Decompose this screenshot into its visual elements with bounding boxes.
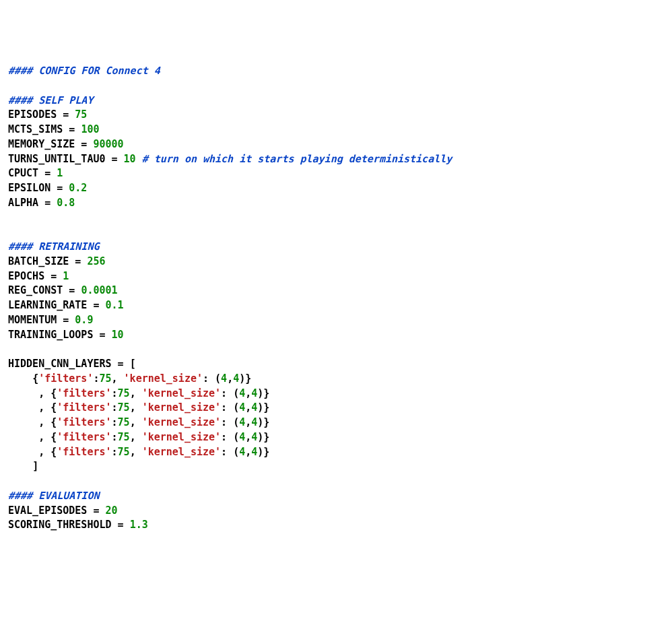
colon: : bbox=[112, 431, 118, 443]
string-literal: 'kernel_size' bbox=[142, 446, 221, 458]
colon: : bbox=[112, 416, 118, 428]
string-literal: 'kernel_size' bbox=[142, 431, 221, 443]
number-literal: 100 bbox=[81, 123, 99, 135]
config-line-reg-const: REG_CONST = 0.0001 bbox=[8, 284, 118, 296]
equals-op: = bbox=[38, 167, 57, 179]
indent: , bbox=[8, 387, 51, 399]
comma: , bbox=[112, 372, 124, 385]
number-literal: 75 bbox=[118, 387, 130, 399]
var-name: REG_CONST bbox=[8, 284, 63, 296]
var-name: MEMORY_SIZE bbox=[8, 138, 75, 150]
config-line-scoring-threshold: SCORING_THRESHOLD = 1.3 bbox=[8, 519, 148, 531]
brace-close: } bbox=[263, 387, 269, 399]
brace-close: } bbox=[263, 431, 269, 443]
number-literal: 4 bbox=[221, 372, 227, 385]
brace-open: { bbox=[51, 431, 57, 443]
colon: : bbox=[112, 401, 118, 414]
string-literal: 'filters' bbox=[57, 446, 111, 458]
close-bracket: ] bbox=[32, 460, 38, 472]
comment-title: #### CONFIG FOR Connect 4 bbox=[8, 65, 160, 77]
number-literal: 0.1 bbox=[106, 299, 124, 311]
equals-op: = bbox=[63, 284, 81, 296]
var-name: CPUCT bbox=[8, 167, 38, 179]
var-name: EPSILON bbox=[8, 182, 51, 194]
paren-open: ( bbox=[215, 372, 221, 385]
equals-op: = bbox=[57, 314, 75, 326]
paren-close: ) bbox=[257, 401, 263, 414]
var-name: ALPHA bbox=[8, 197, 38, 209]
number-literal: 4 bbox=[251, 387, 257, 399]
hidden-layer-row: , {'filters':75, 'kernel_size': (4,4)} bbox=[8, 401, 269, 414]
paren-open: ( bbox=[233, 387, 239, 399]
config-line-memory-size: MEMORY_SIZE = 90000 bbox=[8, 138, 124, 150]
equals-op: = bbox=[106, 153, 124, 165]
indent: , bbox=[8, 446, 51, 458]
number-literal: 1 bbox=[57, 167, 63, 179]
brace-open: { bbox=[51, 387, 57, 399]
config-line-epochs: EPOCHS = 1 bbox=[8, 270, 69, 282]
comma: , bbox=[245, 446, 251, 458]
comma: , bbox=[130, 401, 142, 414]
number-literal: 4 bbox=[239, 387, 245, 399]
paren-close: ) bbox=[257, 446, 263, 458]
brace-open: { bbox=[51, 446, 57, 458]
string-literal: 'kernel_size' bbox=[124, 372, 203, 385]
comment-retraining: #### RETRAINING bbox=[8, 240, 99, 253]
equals-op: = bbox=[51, 182, 69, 194]
paren-open: ( bbox=[233, 401, 239, 414]
equals-op: = bbox=[93, 329, 111, 341]
string-literal: 'filters' bbox=[38, 372, 93, 385]
number-literal: 20 bbox=[106, 504, 118, 517]
equals-op: = bbox=[57, 108, 75, 121]
colon: : bbox=[221, 416, 233, 428]
comment-selfplay: #### SELF PLAY bbox=[8, 94, 93, 106]
config-line-batch-size: BATCH_SIZE = 256 bbox=[8, 255, 106, 267]
string-literal: 'filters' bbox=[57, 401, 111, 414]
paren-open: ( bbox=[233, 431, 239, 443]
indent: , bbox=[8, 416, 51, 428]
var-name: EPOCHS bbox=[8, 270, 44, 282]
brace-open: { bbox=[32, 372, 38, 385]
comma: , bbox=[130, 446, 142, 458]
paren-close: ) bbox=[257, 416, 263, 428]
number-literal: 256 bbox=[87, 255, 105, 267]
var-name: TRAINING_LOOPS bbox=[8, 329, 93, 341]
number-literal: 75 bbox=[99, 372, 111, 385]
comma: , bbox=[130, 431, 142, 443]
number-literal: 1.3 bbox=[130, 519, 148, 531]
config-line-learning-rate: LEARNING_RATE = 0.1 bbox=[8, 299, 124, 311]
hidden-layer-row: , {'filters':75, 'kernel_size': (4,4)} bbox=[8, 416, 269, 428]
string-literal: 'kernel_size' bbox=[142, 401, 221, 414]
indent: , bbox=[8, 431, 51, 443]
brace-close: } bbox=[245, 372, 251, 385]
paren-close: ) bbox=[257, 431, 263, 443]
number-literal: 0.0001 bbox=[81, 284, 117, 296]
number-literal: 0.8 bbox=[57, 197, 75, 209]
colon: : bbox=[112, 446, 118, 458]
equals-op: = bbox=[112, 358, 130, 370]
equals-op: = bbox=[44, 270, 63, 282]
var-name: EVAL_EPISODES bbox=[8, 504, 87, 517]
number-literal: 4 bbox=[251, 431, 257, 443]
config-line-mcts-sims: MCTS_SIMS = 100 bbox=[8, 123, 99, 135]
brace-close: } bbox=[263, 446, 269, 458]
comma: , bbox=[245, 416, 251, 428]
var-name: MCTS_SIMS bbox=[8, 123, 63, 135]
number-literal: 4 bbox=[239, 416, 245, 428]
number-literal: 75 bbox=[118, 446, 130, 458]
open-bracket: [ bbox=[130, 358, 136, 370]
number-literal: 75 bbox=[75, 108, 87, 121]
comma: , bbox=[245, 431, 251, 443]
comma: , bbox=[227, 372, 233, 385]
number-literal: 90000 bbox=[93, 138, 123, 150]
string-literal: 'filters' bbox=[57, 431, 111, 443]
brace-open: { bbox=[51, 416, 57, 428]
var-name: MOMENTUM bbox=[8, 314, 57, 326]
number-literal: 4 bbox=[251, 401, 257, 414]
colon: : bbox=[203, 372, 215, 385]
number-literal: 0.2 bbox=[69, 182, 87, 194]
number-literal: 4 bbox=[239, 431, 245, 443]
indent bbox=[8, 460, 32, 472]
hidden-layer-row: , {'filters':75, 'kernel_size': (4,4)} bbox=[8, 431, 269, 443]
comment-evaluation: #### EVALUATION bbox=[8, 490, 99, 502]
